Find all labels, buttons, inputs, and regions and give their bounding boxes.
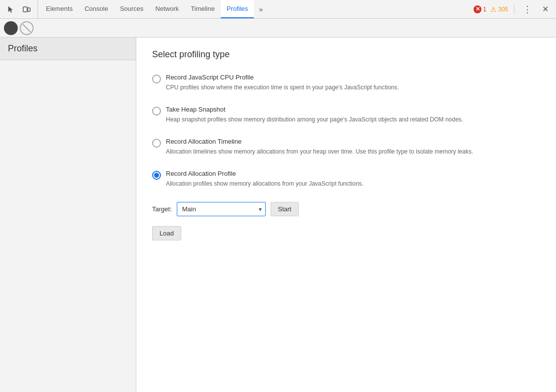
option-profile-content: Record Allocation Profile Allocation pro…	[166, 170, 540, 188]
svg-rect-0	[23, 7, 27, 12]
tab-list: Elements Console Sources Network Timelin…	[40, 0, 474, 18]
target-label: Target:	[152, 205, 172, 213]
device-icon[interactable]	[20, 2, 34, 16]
error-icon: ✕	[474, 5, 481, 13]
target-select-wrapper: Main	[177, 202, 266, 216]
start-button[interactable]: Start	[271, 202, 299, 216]
load-button[interactable]: Load	[152, 226, 181, 240]
tab-timeline[interactable]: Timeline	[185, 0, 221, 18]
warning-count: 305	[498, 6, 508, 13]
option-profile-title: Record Allocation Profile	[166, 170, 540, 177]
option-cpu-profile[interactable]: Record JavaScript CPU Profile CPU profil…	[152, 74, 540, 92]
tab-elements[interactable]: Elements	[40, 0, 79, 18]
option-heap-snapshot[interactable]: Take Heap Snapshot Heap snapshot profile…	[152, 106, 540, 124]
section-title: Select profiling type	[152, 49, 540, 60]
main-layout: Profiles Select profiling type Record Ja…	[0, 38, 556, 392]
sidebar: Profiles	[0, 38, 136, 392]
option-heap-content: Take Heap Snapshot Heap snapshot profile…	[166, 106, 540, 124]
warning-badge[interactable]: ⚠ 305	[490, 5, 508, 13]
option-allocation-profile[interactable]: Record Allocation Profile Allocation pro…	[152, 170, 540, 188]
cursor-icon[interactable]	[4, 2, 18, 16]
load-row: Load	[152, 226, 540, 240]
divider	[514, 4, 515, 14]
option-cpu-title: Record JavaScript CPU Profile	[166, 74, 540, 81]
sidebar-title: Profiles	[0, 38, 136, 60]
clear-button[interactable]	[20, 21, 34, 35]
svg-rect-1	[28, 8, 30, 11]
radio-allocation-profile[interactable]	[152, 171, 161, 180]
radio-heap-snapshot[interactable]	[152, 107, 161, 116]
content-area: Select profiling type Record JavaScript …	[136, 38, 556, 392]
option-timeline-title: Record Allocation Timeline	[166, 138, 540, 145]
tab-network[interactable]: Network	[150, 0, 185, 18]
option-cpu-content: Record JavaScript CPU Profile CPU profil…	[166, 74, 540, 92]
option-heap-title: Take Heap Snapshot	[166, 106, 540, 113]
option-allocation-timeline[interactable]: Record Allocation Timeline Allocation ti…	[152, 138, 540, 156]
close-devtools-button[interactable]: ✕	[538, 2, 552, 16]
error-count: 1	[483, 6, 486, 13]
option-timeline-content: Record Allocation Timeline Allocation ti…	[166, 138, 540, 156]
option-profile-desc: Allocation profiles show memory allocati…	[166, 179, 540, 188]
error-badge[interactable]: ✕ 1	[474, 5, 486, 13]
more-tabs-button[interactable]: »	[254, 2, 268, 16]
option-heap-desc: Heap snapshot profiles show memory distr…	[166, 115, 540, 124]
tab-sources[interactable]: Sources	[114, 0, 150, 18]
second-toolbar	[0, 19, 556, 38]
devtools-icons	[4, 0, 38, 18]
option-cpu-desc: CPU profiles show where the execution ti…	[166, 83, 540, 92]
record-button[interactable]	[4, 21, 18, 35]
target-select[interactable]: Main	[177, 202, 266, 216]
warning-icon: ⚠	[490, 5, 497, 13]
target-row: Target: Main Start	[152, 202, 540, 216]
tab-console[interactable]: Console	[79, 0, 114, 18]
tab-profiles[interactable]: Profiles	[221, 0, 254, 18]
tab-right-section: ✕ 1 ⚠ 305 ⋮ ✕	[474, 2, 552, 16]
tab-bar: Elements Console Sources Network Timelin…	[0, 0, 556, 19]
option-timeline-desc: Allocation timelines show memory allocat…	[166, 147, 540, 156]
more-options-button[interactable]: ⋮	[520, 2, 534, 16]
radio-allocation-timeline[interactable]	[152, 139, 161, 148]
radio-cpu-profile[interactable]	[152, 75, 161, 83]
